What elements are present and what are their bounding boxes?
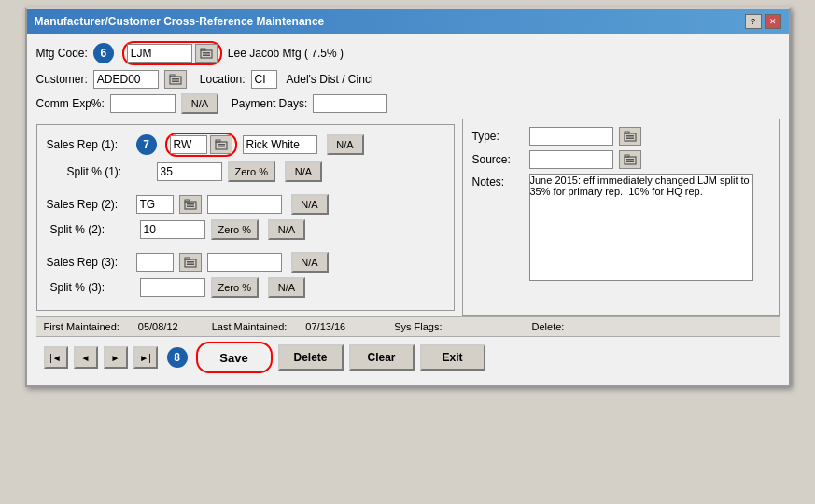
source-browse-button[interactable] — [619, 150, 641, 169]
rep1-na2-button[interactable]: N/A — [285, 161, 322, 182]
close-button[interactable]: ✕ — [765, 14, 781, 29]
location-label: Location: — [200, 73, 246, 86]
help-button[interactable]: ? — [745, 14, 762, 29]
location-name-display: Adel's Dist / Cinci — [287, 73, 373, 86]
svg-rect-19 — [185, 258, 190, 259]
svg-rect-17 — [187, 261, 194, 263]
mfg-code-field-group — [122, 41, 222, 65]
last-maintained-value: 07/13/16 — [305, 321, 345, 332]
exit-button[interactable]: Exit — [420, 344, 485, 371]
svg-rect-9 — [218, 144, 225, 146]
svg-rect-8 — [216, 142, 227, 149]
payment-days-input[interactable] — [313, 94, 387, 113]
svg-rect-23 — [625, 132, 629, 133]
rep3-name-input[interactable] — [207, 253, 282, 272]
mfg-name-display: Lee Jacob Mfg ( 7.5% ) — [228, 47, 344, 60]
customer-label: Customer: — [36, 73, 88, 86]
customer-browse-button[interactable] — [164, 70, 187, 89]
rep2-browse-button[interactable] — [179, 195, 202, 214]
zero3-button[interactable]: Zero % — [211, 277, 259, 298]
rep1-label: Sales Rep (1): — [47, 138, 131, 151]
svg-rect-24 — [625, 157, 636, 164]
rep1-na1-button[interactable]: N/A — [327, 134, 364, 155]
svg-rect-22 — [626, 138, 634, 140]
clear-button[interactable]: Clear — [349, 344, 415, 371]
source-label: Source: — [472, 153, 524, 166]
prev-nav-button[interactable]: ◄ — [74, 346, 98, 369]
comm-na-button[interactable]: N/A — [181, 93, 218, 114]
rep1-code-input[interactable] — [170, 135, 207, 154]
customer-input[interactable] — [93, 70, 159, 89]
svg-rect-12 — [185, 202, 196, 209]
button-bar: |◄ ◄ ► ►| 8 Save Delete Clear Exit — [36, 336, 780, 378]
sys-flags-label: Sys Flags: — [394, 321, 442, 332]
source-input[interactable] — [529, 150, 613, 169]
delete-footer-label: Delete: — [532, 321, 565, 332]
notes-row: Notes: June 2015: eff immediately change… — [472, 174, 769, 281]
browse-icon-rep2 — [184, 199, 197, 210]
footer-info-bar: First Maintained: 05/08/12 Last Maintain… — [36, 316, 780, 336]
type-browse-button[interactable] — [619, 127, 641, 146]
svg-rect-1 — [203, 52, 210, 54]
main-area: Sales Rep (1): 7 — [36, 119, 780, 316]
notes-label: Notes: — [472, 174, 524, 189]
rep1-browse-button[interactable] — [210, 135, 232, 154]
zero1-button[interactable]: Zero % — [228, 161, 275, 182]
location-input[interactable] — [251, 70, 277, 89]
split2-row: Split % (2): Zero % N/A — [47, 219, 444, 240]
rep3-browse-button[interactable] — [179, 253, 202, 272]
sales-rep3-row: Sales Rep (3): N/A — [47, 252, 444, 273]
mfg-code-label: Mfg Code: — [36, 47, 88, 60]
browse-icon-rep1 — [215, 139, 228, 150]
first-maintained-value: 05/08/12 — [138, 321, 178, 332]
save-button-oval: Save — [196, 342, 273, 373]
comm-exp-input[interactable] — [110, 94, 176, 113]
svg-rect-26 — [626, 161, 634, 163]
mfg-code-browse-button[interactable] — [195, 44, 218, 63]
split1-label: Split % (1): — [67, 165, 151, 178]
svg-rect-11 — [216, 140, 220, 142]
svg-rect-18 — [187, 264, 194, 266]
last-maintained-label: Last Maintained: — [212, 321, 288, 332]
comm-exp-label: Comm Exp%: — [36, 97, 105, 110]
window-title: Manufacturer/Customer Cross-Reference Ma… — [35, 15, 325, 28]
first-nav-button[interactable]: |◄ — [44, 346, 68, 369]
rep3-label: Sales Rep (3): — [47, 256, 131, 269]
content-area: Mfg Code: 6 Lee Jacob Mfg ( 7.5% ) Custo… — [27, 34, 789, 385]
rep3-code-input[interactable] — [136, 253, 174, 272]
mfg-code-row: Mfg Code: 6 Lee Jacob Mfg ( 7.5% ) — [36, 41, 780, 65]
split1-row: Split % (1): Zero % N/A — [47, 161, 444, 182]
badge-7: 7 — [136, 134, 157, 155]
browse-icon-source — [624, 154, 637, 165]
browse-icon-type — [624, 131, 637, 142]
sales-rep-section: Sales Rep (1): 7 — [36, 124, 455, 311]
split2-label: Split % (2): — [50, 223, 134, 236]
save-button[interactable]: Save — [202, 344, 267, 371]
rep1-name-input[interactable] — [243, 135, 317, 154]
mfg-code-input[interactable] — [127, 44, 192, 63]
svg-rect-0 — [201, 50, 212, 58]
rep3-na2-button[interactable]: N/A — [268, 277, 305, 298]
right-section: Type: Source: — [462, 119, 780, 316]
rep2-code-input[interactable] — [136, 195, 174, 214]
svg-rect-7 — [170, 75, 175, 77]
rep2-na1-button[interactable]: N/A — [291, 194, 329, 215]
notes-textarea[interactable]: June 2015: eff immediately changed LJM s… — [529, 174, 753, 281]
rep2-name-input[interactable] — [207, 195, 282, 214]
split2-input[interactable] — [140, 220, 205, 239]
main-window: Manufacturer/Customer Cross-Reference Ma… — [25, 7, 791, 387]
split3-input[interactable] — [140, 278, 205, 297]
badge-6: 6 — [93, 43, 114, 63]
svg-rect-6 — [172, 81, 179, 83]
rep2-na2-button[interactable]: N/A — [268, 219, 305, 240]
last-nav-button[interactable]: ►| — [133, 346, 158, 369]
split1-input[interactable] — [157, 162, 222, 181]
title-controls: ? ✕ — [745, 14, 781, 29]
delete-button[interactable]: Delete — [278, 344, 344, 371]
next-nav-button[interactable]: ► — [104, 346, 128, 369]
comm-row: Comm Exp%: N/A Payment Days: — [36, 93, 780, 114]
zero2-button[interactable]: Zero % — [211, 219, 259, 240]
left-panel: Sales Rep (1): 7 — [36, 119, 455, 316]
rep3-na1-button[interactable]: N/A — [291, 252, 329, 273]
type-input[interactable] — [529, 127, 613, 146]
